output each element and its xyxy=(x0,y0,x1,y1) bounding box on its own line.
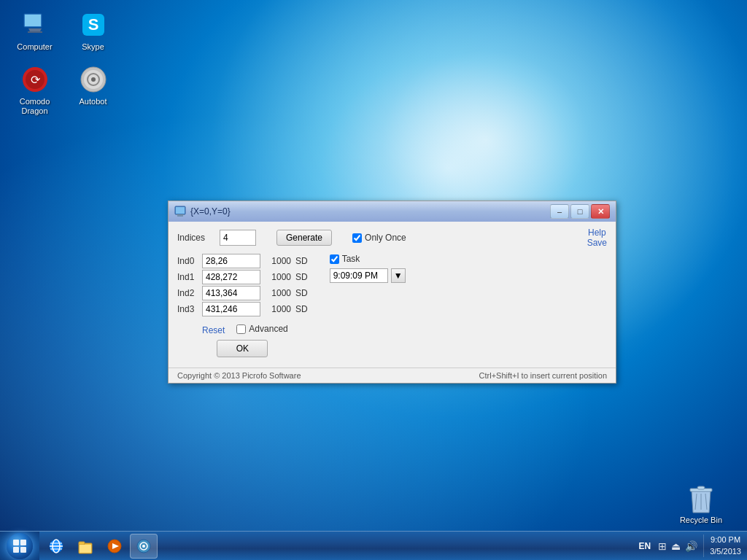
svg-rect-3 xyxy=(28,31,42,33)
time-dropdown[interactable]: ▼ xyxy=(391,268,406,283)
only-once-label: Only Once xyxy=(365,233,406,243)
svg-rect-19 xyxy=(176,207,185,214)
svg-rect-33 xyxy=(80,545,91,553)
time-input[interactable] xyxy=(330,268,388,283)
reset-link[interactable]: Reset xyxy=(202,325,225,335)
footer-hint: Ctrl+Shift+I to insert current position xyxy=(479,371,607,380)
desktop-icons: Computer S Skype ⟳ xyxy=(7,7,120,120)
svg-point-38 xyxy=(142,545,145,548)
ind2-label: Ind2 xyxy=(177,288,199,298)
svg-text:S: S xyxy=(88,15,98,34)
ind-row-2: Ind2 1000 SD xyxy=(177,286,308,300)
taskbar-autobot[interactable] xyxy=(130,534,158,559)
autobot-icon[interactable]: Autobot xyxy=(66,62,120,119)
taskbar-ie[interactable] xyxy=(42,534,70,559)
tray-icon-network[interactable]: ⊞ xyxy=(658,540,667,552)
svg-rect-20 xyxy=(177,215,183,217)
autobot-label: Autobot xyxy=(80,97,107,106)
clock[interactable]: 9:00 PM 3/5/2013 xyxy=(703,534,747,557)
svg-rect-21 xyxy=(177,214,184,215)
computer-icon[interactable]: Computer xyxy=(7,7,62,55)
ind0-input[interactable] xyxy=(202,254,260,268)
ind0-sd: SD xyxy=(295,256,308,266)
svg-point-12 xyxy=(91,77,96,82)
ind1-input[interactable] xyxy=(202,270,260,284)
taskbar-items xyxy=(39,532,160,560)
ind3-sd: SD xyxy=(295,304,308,314)
indices-label: Indices xyxy=(177,233,214,243)
generate-button[interactable]: Generate xyxy=(276,230,332,246)
svg-rect-24 xyxy=(13,547,19,553)
svg-rect-23 xyxy=(20,540,26,545)
indices-table: Ind0 1000 SD Ind1 1000 SD Ind2 xyxy=(177,254,308,316)
svg-rect-22 xyxy=(13,540,19,545)
ind3-label: Ind3 xyxy=(177,304,199,314)
clock-date: 3/5/2013 xyxy=(710,546,741,557)
ind2-sd: SD xyxy=(295,288,308,298)
close-button[interactable]: ✕ xyxy=(591,204,610,219)
ind0-num: 1000 xyxy=(263,256,293,266)
task-checkbox[interactable] xyxy=(330,254,339,264)
svg-rect-1 xyxy=(25,15,41,26)
ind2-input[interactable] xyxy=(202,286,260,300)
ind3-input[interactable] xyxy=(202,302,260,316)
ind2-num: 1000 xyxy=(263,288,293,298)
recycle-bin-label: Recycle Bin xyxy=(680,516,722,524)
dialog-window: {X=0,Y=0} – □ ✕ Indices Generate Only On… xyxy=(168,201,616,384)
svg-rect-25 xyxy=(20,547,26,553)
minimize-button[interactable]: – xyxy=(550,204,569,219)
indices-input[interactable] xyxy=(220,230,256,246)
computer-label: Computer xyxy=(17,42,52,52)
taskbar: EN ⊞ ⏏ 🔊 9:00 PM 3/5/2013 xyxy=(0,531,747,560)
maximize-button[interactable]: □ xyxy=(570,204,589,219)
svg-rect-14 xyxy=(697,486,705,489)
taskbar-explorer[interactable] xyxy=(71,534,99,559)
svg-marker-2 xyxy=(28,28,42,31)
taskbar-media[interactable] xyxy=(101,534,128,559)
ind-row-3: Ind3 1000 SD xyxy=(177,302,308,316)
help-link[interactable]: Help xyxy=(588,228,606,238)
task-label: Task xyxy=(342,254,379,264)
dialog-title: {X=0,Y=0} xyxy=(190,206,550,217)
save-link[interactable]: Save xyxy=(587,238,607,248)
advanced-checkbox[interactable] xyxy=(236,324,246,334)
svg-text:⟳: ⟳ xyxy=(30,74,40,86)
start-button[interactable] xyxy=(0,532,39,561)
ind-row-0: Ind0 1000 SD xyxy=(177,254,308,268)
ind-row-1: Ind1 1000 SD xyxy=(177,270,308,284)
ind0-label: Ind0 xyxy=(177,256,199,266)
dialog-titlebar: {X=0,Y=0} – □ ✕ xyxy=(169,201,616,222)
lang-indicator: EN xyxy=(636,541,654,551)
recycle-bin-icon[interactable]: Recycle Bin xyxy=(677,478,725,527)
ok-button[interactable]: OK xyxy=(217,340,268,357)
svg-rect-32 xyxy=(79,542,85,545)
dialog-title-icon xyxy=(174,206,186,217)
tray-icon-usb[interactable]: ⏏ xyxy=(671,540,681,552)
taskbar-right: EN ⊞ ⏏ 🔊 9:00 PM 3/5/2013 xyxy=(630,532,748,560)
ind1-label: Ind1 xyxy=(177,272,199,282)
clock-time: 9:00 PM xyxy=(711,534,740,545)
ind1-sd: SD xyxy=(295,272,308,282)
ind1-num: 1000 xyxy=(263,272,293,282)
task-row: Task xyxy=(330,254,406,264)
system-tray: EN ⊞ ⏏ 🔊 xyxy=(630,532,704,560)
comodo-icon[interactable]: ⟳ Comodo Dragon xyxy=(7,62,62,119)
skype-icon[interactable]: S Skype xyxy=(66,7,120,55)
dialog-content: Indices Generate Only Once Help Save xyxy=(169,222,616,368)
advanced-label: Advanced xyxy=(249,324,287,334)
skype-label: Skype xyxy=(82,42,104,52)
tray-icon-volume[interactable]: 🔊 xyxy=(685,540,697,552)
dialog-footer: Copyright © 2013 Picrofo Software Ctrl+S… xyxy=(169,368,616,383)
footer-copyright: Copyright © 2013 Picrofo Software xyxy=(177,371,301,380)
ind3-num: 1000 xyxy=(263,304,293,314)
comodo-label: Comodo Dragon xyxy=(10,97,59,116)
desktop: Computer S Skype ⟳ xyxy=(0,0,747,560)
only-once-checkbox[interactable] xyxy=(352,233,362,243)
start-orb xyxy=(7,533,33,559)
